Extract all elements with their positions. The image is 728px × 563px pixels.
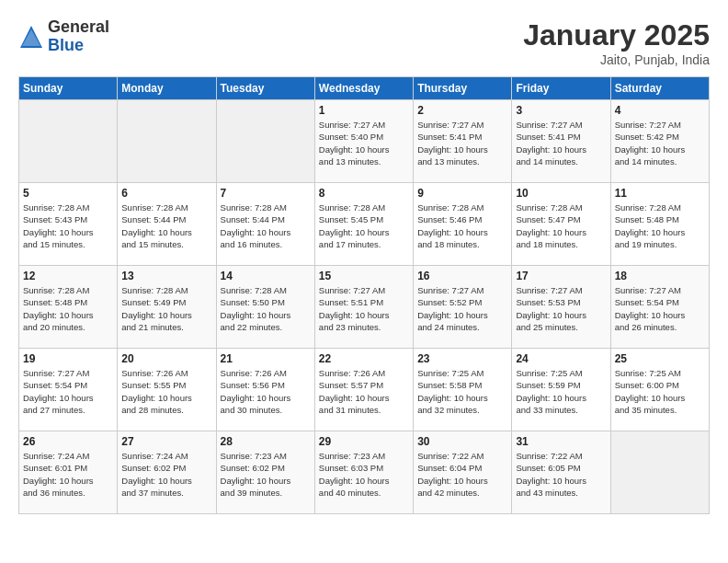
day-number: 27 (121, 435, 211, 448)
day-info: Sunrise: 7:28 AM Sunset: 5:48 PM Dayligh… (23, 284, 113, 333)
weekday-header-row: SundayMondayTuesdayWednesdayThursdayFrid… (19, 77, 710, 100)
calendar-cell: 25Sunrise: 7:25 AM Sunset: 6:00 PM Dayli… (610, 349, 709, 431)
calendar-cell: 15Sunrise: 7:27 AM Sunset: 5:51 PM Dayli… (314, 266, 413, 349)
week-row-1: 1Sunrise: 7:27 AM Sunset: 5:40 PM Daylig… (19, 100, 710, 183)
calendar-cell: 7Sunrise: 7:28 AM Sunset: 5:44 PM Daylig… (216, 183, 314, 266)
day-number: 11 (615, 187, 705, 200)
calendar-cell: 5Sunrise: 7:28 AM Sunset: 5:43 PM Daylig… (19, 183, 118, 266)
day-info: Sunrise: 7:26 AM Sunset: 5:56 PM Dayligh… (221, 367, 311, 416)
calendar-cell (118, 100, 216, 183)
day-info: Sunrise: 7:24 AM Sunset: 6:01 PM Dayligh… (23, 450, 113, 499)
day-info: Sunrise: 7:28 AM Sunset: 5:49 PM Dayligh… (121, 284, 211, 333)
day-info: Sunrise: 7:22 AM Sunset: 6:04 PM Dayligh… (417, 450, 507, 499)
calendar-cell: 31Sunrise: 7:22 AM Sunset: 6:05 PM Dayli… (512, 431, 610, 514)
weekday-header-saturday: Saturday (610, 77, 709, 100)
calendar-cell (19, 100, 118, 183)
day-info: Sunrise: 7:27 AM Sunset: 5:41 PM Dayligh… (516, 119, 606, 167)
weekday-header-thursday: Thursday (414, 77, 512, 100)
day-info: Sunrise: 7:25 AM Sunset: 6:00 PM Dayligh… (615, 367, 705, 416)
calendar-cell (610, 431, 709, 514)
day-number: 17 (516, 270, 606, 282)
calendar-cell: 9Sunrise: 7:28 AM Sunset: 5:46 PM Daylig… (414, 183, 512, 266)
day-info: Sunrise: 7:28 AM Sunset: 5:47 PM Dayligh… (516, 201, 606, 250)
day-info: Sunrise: 7:28 AM Sunset: 5:43 PM Dayligh… (23, 201, 113, 250)
weekday-header-wednesday: Wednesday (314, 77, 413, 100)
calendar-cell: 24Sunrise: 7:25 AM Sunset: 5:59 PM Dayli… (512, 349, 610, 431)
day-number: 15 (319, 270, 409, 282)
day-info: Sunrise: 7:28 AM Sunset: 5:44 PM Dayligh… (121, 201, 211, 250)
day-info: Sunrise: 7:27 AM Sunset: 5:53 PM Dayligh… (516, 284, 606, 333)
calendar-cell (216, 100, 314, 183)
day-info: Sunrise: 7:28 AM Sunset: 5:44 PM Dayligh… (221, 201, 311, 250)
logo-blue: Blue (48, 37, 109, 55)
day-number: 2 (417, 104, 507, 117)
calendar-cell: 16Sunrise: 7:27 AM Sunset: 5:52 PM Dayli… (414, 266, 512, 349)
day-number: 6 (121, 187, 211, 200)
logo-general: General (48, 18, 109, 37)
calendar-cell: 14Sunrise: 7:28 AM Sunset: 5:50 PM Dayli… (216, 266, 314, 349)
day-info: Sunrise: 7:28 AM Sunset: 5:48 PM Dayligh… (615, 201, 705, 250)
day-info: Sunrise: 7:27 AM Sunset: 5:42 PM Dayligh… (615, 119, 705, 167)
day-info: Sunrise: 7:24 AM Sunset: 6:02 PM Dayligh… (121, 450, 211, 499)
logo-text: General Blue (48, 18, 109, 55)
calendar-cell: 11Sunrise: 7:28 AM Sunset: 5:48 PM Dayli… (610, 183, 709, 266)
day-number: 26 (23, 435, 113, 448)
logo: General Blue (18, 18, 109, 55)
week-row-2: 5Sunrise: 7:28 AM Sunset: 5:43 PM Daylig… (19, 183, 710, 266)
calendar-cell: 4Sunrise: 7:27 AM Sunset: 5:42 PM Daylig… (610, 100, 709, 183)
day-info: Sunrise: 7:27 AM Sunset: 5:52 PM Dayligh… (417, 284, 507, 333)
day-number: 3 (516, 104, 606, 117)
day-number: 20 (121, 352, 211, 365)
day-number: 29 (319, 435, 409, 448)
weekday-header-friday: Friday (512, 77, 610, 100)
day-number: 22 (319, 352, 409, 365)
day-number: 5 (23, 187, 113, 200)
calendar-cell: 12Sunrise: 7:28 AM Sunset: 5:48 PM Dayli… (19, 266, 118, 349)
calendar-cell: 8Sunrise: 7:28 AM Sunset: 5:45 PM Daylig… (314, 183, 413, 266)
day-info: Sunrise: 7:27 AM Sunset: 5:41 PM Dayligh… (417, 119, 507, 167)
day-info: Sunrise: 7:28 AM Sunset: 5:46 PM Dayligh… (417, 201, 507, 250)
calendar-cell: 21Sunrise: 7:26 AM Sunset: 5:56 PM Dayli… (216, 349, 314, 431)
day-number: 8 (319, 187, 409, 200)
svg-marker-1 (22, 29, 40, 46)
calendar-cell: 6Sunrise: 7:28 AM Sunset: 5:44 PM Daylig… (118, 183, 216, 266)
day-number: 10 (516, 187, 606, 200)
day-number: 31 (516, 435, 606, 448)
calendar-cell: 28Sunrise: 7:23 AM Sunset: 6:02 PM Dayli… (216, 431, 314, 514)
calendar-cell: 19Sunrise: 7:27 AM Sunset: 5:54 PM Dayli… (19, 349, 118, 431)
calendar-cell: 26Sunrise: 7:24 AM Sunset: 6:01 PM Dayli… (19, 431, 118, 514)
calendar-cell: 29Sunrise: 7:23 AM Sunset: 6:03 PM Dayli… (314, 431, 413, 514)
day-info: Sunrise: 7:28 AM Sunset: 5:50 PM Dayligh… (221, 284, 311, 333)
calendar-cell: 18Sunrise: 7:27 AM Sunset: 5:54 PM Dayli… (610, 266, 709, 349)
weekday-header-monday: Monday (118, 77, 216, 100)
calendar-cell: 23Sunrise: 7:25 AM Sunset: 5:58 PM Dayli… (414, 349, 512, 431)
weekday-header-sunday: Sunday (19, 77, 118, 100)
day-number: 13 (121, 270, 211, 282)
day-info: Sunrise: 7:27 AM Sunset: 5:40 PM Dayligh… (319, 119, 409, 167)
day-number: 4 (615, 104, 705, 117)
logo-icon (18, 24, 44, 50)
day-number: 1 (319, 104, 409, 117)
week-row-5: 26Sunrise: 7:24 AM Sunset: 6:01 PM Dayli… (19, 431, 710, 514)
day-number: 7 (221, 187, 311, 200)
calendar-cell: 2Sunrise: 7:27 AM Sunset: 5:41 PM Daylig… (414, 100, 512, 183)
day-info: Sunrise: 7:22 AM Sunset: 6:05 PM Dayligh… (516, 450, 606, 499)
day-info: Sunrise: 7:27 AM Sunset: 5:51 PM Dayligh… (319, 284, 409, 333)
calendar-title: January 2025 (523, 18, 710, 52)
page-header: General Blue January 2025 Jaito, Punjab,… (18, 18, 710, 67)
weekday-header-tuesday: Tuesday (216, 77, 314, 100)
day-info: Sunrise: 7:28 AM Sunset: 5:45 PM Dayligh… (319, 201, 409, 250)
title-block: January 2025 Jaito, Punjab, India (523, 18, 710, 67)
day-number: 28 (221, 435, 311, 448)
week-row-3: 12Sunrise: 7:28 AM Sunset: 5:48 PM Dayli… (19, 266, 710, 349)
calendar-cell: 3Sunrise: 7:27 AM Sunset: 5:41 PM Daylig… (512, 100, 610, 183)
calendar-subtitle: Jaito, Punjab, India (523, 52, 710, 67)
day-number: 30 (417, 435, 507, 448)
calendar-table: SundayMondayTuesdayWednesdayThursdayFrid… (18, 76, 710, 514)
day-number: 25 (615, 352, 705, 365)
calendar-cell: 10Sunrise: 7:28 AM Sunset: 5:47 PM Dayli… (512, 183, 610, 266)
day-number: 16 (417, 270, 507, 282)
day-number: 24 (516, 352, 606, 365)
day-info: Sunrise: 7:23 AM Sunset: 6:02 PM Dayligh… (221, 450, 311, 499)
day-info: Sunrise: 7:25 AM Sunset: 5:59 PM Dayligh… (516, 367, 606, 416)
